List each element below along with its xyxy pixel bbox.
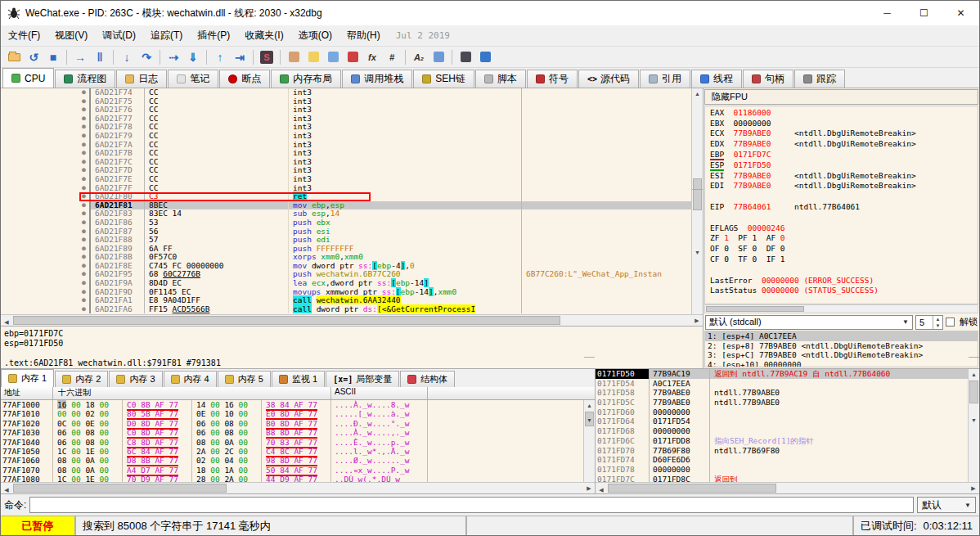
maximize-button[interactable]: ☐: [906, 1, 942, 25]
tab-trace-footsteps[interactable]: 跟踪: [794, 70, 845, 88]
open-file-button[interactable]: [5, 48, 23, 66]
dump-row[interactable]: 77AF10801C 00 1E 0070 D9 AF 7728 00 2A 0…: [1, 475, 583, 482]
tab-notes-pad[interactable]: 笔记: [168, 70, 218, 88]
register-line[interactable]: CF 0 TF 0 IF 1: [710, 254, 978, 265]
stack-row[interactable]: 0171FD54A0C17EEA: [596, 379, 968, 389]
strings-az-button[interactable]: A₂: [410, 48, 428, 66]
dump-row[interactable]: 77AF104006 00 08 00C8 8D AF 7708 00 0A 0…: [1, 438, 583, 447]
run-button[interactable]: →: [71, 48, 89, 66]
scroll-up-icon[interactable]: ▲: [692, 88, 703, 99]
menu-item-帮助[interactable]: 帮助(H): [339, 25, 388, 46]
breakpoint-dot-icon[interactable]: ●: [78, 132, 91, 141]
function-button[interactable]: fx: [363, 48, 381, 66]
registers-hscrollbar[interactable]: [704, 304, 978, 313]
disassembly-view[interactable]: ●6AD21F74CCint3●6AD21F75CCint3●6AD21F76C…: [1, 88, 691, 314]
tab-log-page[interactable]: 日志: [116, 70, 167, 88]
unlock-checkbox[interactable]: [946, 318, 955, 327]
breakpoint-dot-icon[interactable]: ●: [78, 262, 91, 271]
spinner-up-icon[interactable]: ▲: [933, 316, 942, 322]
hash-button[interactable]: #: [383, 48, 401, 66]
stack-row[interactable]: 0171FD5C77B9ABE0ntdll.77B9ABE0: [596, 398, 968, 408]
scroll-down-icon[interactable]: ▼: [692, 189, 703, 314]
tab-script-page[interactable]: 脚本: [475, 70, 526, 88]
step-into-button[interactable]: ↓: [118, 48, 136, 66]
minimize-button[interactable]: ─: [869, 1, 906, 25]
breakpoint-dot-icon[interactable]: ●: [78, 209, 91, 218]
menu-item-追踪[interactable]: 追踪(T): [143, 25, 190, 46]
step-over-button[interactable]: ↷: [137, 48, 155, 66]
execute-till-return-button[interactable]: ⇓: [184, 48, 202, 66]
tab-seh-chain[interactable]: SEH链: [413, 70, 474, 88]
register-line[interactable]: ESP 0171FD50: [710, 160, 978, 171]
calculator-button[interactable]: [456, 48, 474, 66]
menu-item-选项[interactable]: 选项(O): [291, 25, 339, 46]
hide-fpu-button[interactable]: 隐藏FPU: [704, 89, 978, 105]
argument-row[interactable]: 4: [esp+10] 00000000: [705, 360, 978, 367]
breakpoint-dot-icon[interactable]: ●: [78, 270, 91, 279]
scroll-thumb[interactable]: [608, 484, 776, 493]
register-line[interactable]: [710, 191, 978, 202]
memory-dump-table[interactable]: 77AF100016 00 18 00C0 8B AF 7714 00 16 0…: [1, 400, 583, 482]
scroll-left-icon[interactable]: ◀: [596, 485, 607, 496]
breakpoint-dot-icon[interactable]: ●: [78, 296, 91, 305]
register-line[interactable]: ECX 77B9ABE0 <ntdll.DbgUiRemoteBreakin>: [710, 128, 978, 139]
disassembly-hscrollbar[interactable]: ◀ ▶: [1, 314, 703, 326]
disasm-row[interactable]: ●6AD21F8653push ebx: [1, 218, 691, 227]
stack-hscrollbar[interactable]: ◀ ▶: [596, 482, 979, 493]
stack-row[interactable]: 0171FD640171FD54: [596, 417, 968, 426]
stack-row[interactable]: 0171FD7800000000: [596, 465, 968, 475]
disasm-row[interactable]: ●6AD21F74CCint3: [1, 88, 691, 97]
register-line[interactable]: ESI 77B9ABE0 <ntdll.DbgUiRemoteBreakin>: [710, 171, 978, 182]
tab-memory-dump-内存2[interactable]: 内存 2: [55, 371, 108, 387]
dump-hscrollbar[interactable]: ◀ ▶: [1, 482, 595, 493]
disassembly-vscrollbar[interactable]: ▲ ▼: [691, 88, 703, 314]
tab-breakpoint-dot[interactable]: 断点: [219, 70, 270, 88]
tab-graph-tree[interactable]: 流程图: [55, 70, 115, 88]
register-line[interactable]: EDI 77B9ABE0 <ntdll.DbgUiRemoteBreakin>: [710, 181, 978, 191]
animate-into-button[interactable]: ⇢: [164, 48, 182, 66]
register-line[interactable]: ZF 1 PF 1 AF 0: [710, 233, 978, 244]
argument-count-stepper[interactable]: 5 ▲▼: [915, 315, 943, 330]
menu-item-视图[interactable]: 视图(V): [47, 25, 95, 46]
registers-list[interactable]: EAX 01186000EBX 00000000ECX 77B9ABE0 <nt…: [704, 106, 978, 304]
register-line[interactable]: EBP 0171FD7C: [710, 150, 978, 160]
breakpoint-dot-icon[interactable]: ●: [78, 288, 91, 297]
dump-row[interactable]: 77AF10200C 00 0E 00D0 8D AF 7706 00 08 0…: [1, 419, 583, 428]
scroll-down-icon[interactable]: ▼: [969, 357, 979, 482]
register-line[interactable]: [710, 265, 978, 276]
dump-row[interactable]: 77AF10501C 00 1E 006C 84 AF 772A 00 2C 0…: [1, 447, 583, 456]
stack-row[interactable]: 0171FD6C0171FDD8指向SEH_Record[1]的指针: [596, 436, 968, 446]
breakpoint-dot-icon[interactable]: ●: [78, 166, 91, 175]
patch-button[interactable]: [285, 48, 303, 66]
stack-row[interactable]: 0171FD6000000000: [596, 408, 968, 417]
argument-row[interactable]: 2: [esp+8] 77B9ABE0 <ntdll.DbgUiRemoteBr…: [705, 341, 978, 351]
stack-row[interactable]: 0171FD5877B9ABE0ntdll.77B9ABE0: [596, 388, 968, 398]
register-line[interactable]: LastStatus 00000000 (STATUS_SUCCESS): [710, 286, 978, 296]
internet-globe-button[interactable]: [476, 48, 494, 66]
register-line[interactable]: OF 0 SF 0 DF 0: [710, 244, 978, 254]
tab-memory-dump-内存1[interactable]: 内存 1: [1, 369, 54, 387]
breakpoint-dot-icon[interactable]: ●: [78, 305, 91, 314]
scroll-right-icon[interactable]: ▶: [583, 483, 595, 493]
stack-table[interactable]: 0171FD5077B9AC19返回到 ntdll.77B9AC19 自 ntd…: [596, 369, 968, 482]
tab-call-stack[interactable]: 调用堆栈: [342, 70, 412, 88]
command-input[interactable]: [29, 497, 914, 513]
scroll-left-icon[interactable]: ◀: [1, 485, 12, 496]
memory-device-button[interactable]: [429, 48, 447, 66]
register-line[interactable]: EAX 01186000: [710, 108, 978, 119]
breakpoint-dot-icon[interactable]: ●: [78, 123, 91, 132]
register-line[interactable]: [710, 213, 978, 223]
breakpoint-dot-icon[interactable]: ●: [78, 175, 91, 184]
step-out-button[interactable]: ↑: [211, 48, 229, 66]
command-scope-dropdown[interactable]: 默认 ▼: [917, 497, 976, 513]
scroll-left-icon[interactable]: ◀: [1, 318, 12, 328]
tab-struct-结构体[interactable]: 结构体: [400, 371, 455, 387]
scroll-down-icon[interactable]: ▼: [584, 357, 595, 482]
close-button[interactable]: ✕: [942, 1, 979, 25]
register-line[interactable]: LastError 00000000 (ERROR_SUCCESS): [710, 276, 978, 286]
breakpoint-dot-icon[interactable]: ●: [78, 141, 91, 150]
stack-row[interactable]: 0171FD74D60FE6D6: [596, 455, 968, 465]
tab-cpu-chip[interactable]: CPU: [2, 68, 54, 88]
breakpoint-dot-icon[interactable]: ●: [78, 279, 91, 288]
register-line[interactable]: [710, 296, 978, 304]
